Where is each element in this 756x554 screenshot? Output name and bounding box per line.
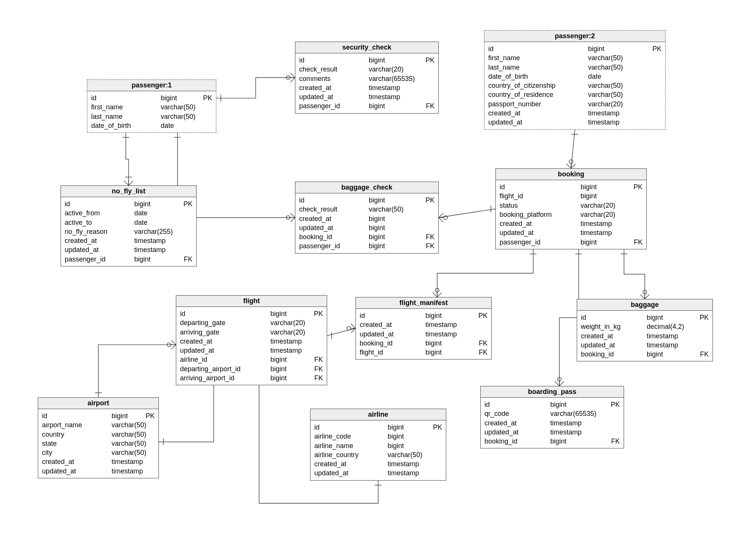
entity-row: booking_idbigintFK — [581, 350, 709, 359]
column-name: created_at — [488, 109, 583, 118]
column-key: PK — [696, 313, 709, 322]
entity-row: idbigintPK — [488, 44, 661, 53]
column-key — [180, 227, 192, 236]
column-type: varchar(20) — [265, 318, 310, 327]
entity-body: idbigintPKairport_namevarchar(50)country… — [38, 409, 158, 478]
entity-row: created_attimestamp — [314, 459, 442, 468]
column-key: PK — [142, 411, 155, 420]
entity-row: weight_in_kgdecimal(4,2) — [581, 322, 709, 331]
svg-point-1 — [286, 216, 290, 219]
column-name: check_result — [299, 205, 363, 214]
column-key — [180, 218, 192, 227]
column-type: bigint — [363, 214, 422, 223]
column-name: updated_at — [500, 228, 575, 237]
entity-row: idbigintPK — [299, 56, 435, 65]
column-type: bigint — [129, 255, 180, 264]
column-key — [429, 468, 442, 478]
column-key: PK — [180, 199, 192, 209]
entity-body: idbigintPKairline_codebigintairline_name… — [310, 420, 446, 480]
column-type: bigint — [420, 339, 475, 348]
column-key: FK — [422, 232, 435, 241]
entity-row: created_attimestamp — [360, 320, 487, 329]
entity-body: idbigintPKcheck_resultvarchar(20)comment… — [295, 53, 438, 113]
column-type: bigint — [382, 423, 429, 432]
entity-title: baggage — [577, 299, 713, 311]
column-type: bigint — [583, 44, 649, 53]
column-key — [475, 320, 487, 329]
column-key — [649, 63, 661, 72]
column-name: check_result — [299, 65, 363, 74]
entity-row: active_todate — [65, 218, 192, 227]
column-name: arriving_airport_id — [180, 373, 265, 383]
column-name: updated_at — [488, 118, 583, 127]
column-type: varchar(50) — [155, 112, 199, 121]
column-key: FK — [696, 350, 709, 359]
entity-title: baggage_check — [295, 182, 438, 193]
entity-row: last_namevarchar(50) — [488, 63, 661, 72]
entity-baggage: baggageidbigintPKweight_in_kgdecimal(4,2… — [577, 299, 713, 361]
entity-row: booking_idbigintFK — [484, 437, 620, 446]
column-key — [146, 439, 159, 448]
column-type: bigint — [265, 364, 310, 373]
column-type: bigint — [363, 56, 422, 65]
entity-security_check: security_checkidbigintPKcheck_resultvarc… — [295, 42, 439, 114]
column-type: timestamp — [106, 467, 143, 476]
column-key — [199, 112, 212, 121]
column-type: varchar(50) — [583, 81, 649, 90]
column-key: FK — [310, 373, 323, 383]
column-type: bigint — [155, 93, 199, 103]
entity-flight_manifest: flight_manifestidbigintPKcreated_attimes… — [355, 297, 492, 359]
entity-row: first_namevarchar(50) — [488, 53, 661, 62]
column-type: decimal(4,2) — [641, 322, 696, 331]
column-name: created_at — [581, 331, 641, 341]
column-type: timestamp — [420, 320, 475, 329]
column-key: FK — [422, 241, 435, 251]
entity-row: countryvarchar(50) — [42, 430, 155, 439]
column-type: timestamp — [545, 428, 607, 437]
entity-row: statevarchar(50) — [42, 439, 155, 448]
column-name: updated_at — [65, 245, 129, 254]
column-type: varchar(50) — [106, 430, 146, 439]
column-name: flight_id — [500, 191, 575, 201]
entity-title: boarding_pass — [481, 386, 624, 398]
column-name: updated_at — [484, 428, 545, 437]
entity-airline: airlineidbigintPKairline_codebigintairli… — [310, 409, 446, 481]
entity-body: idbigintPKfirst_namevarchar(50)last_name… — [484, 42, 665, 129]
column-type: timestamp — [420, 330, 475, 339]
column-key: PK — [422, 196, 435, 205]
column-name: created_at — [42, 457, 106, 466]
column-type: timestamp — [583, 109, 649, 118]
entity-row: cityvarchar(50) — [42, 448, 155, 457]
entity-row: flight_idbigint — [500, 191, 643, 201]
column-name: id — [180, 309, 265, 318]
entity-row: booking_idbigintFK — [299, 232, 435, 241]
column-key: FK — [310, 364, 323, 373]
entity-row: updated_attimestamp — [360, 330, 487, 339]
column-name: id — [360, 311, 420, 320]
column-key — [143, 467, 156, 476]
svg-point-5 — [643, 290, 647, 294]
entity-row: updated_attimestamp — [299, 92, 435, 101]
column-name: booking_id — [360, 339, 420, 348]
column-key — [649, 90, 661, 99]
column-type: bigint — [265, 309, 310, 318]
column-key — [310, 346, 323, 355]
entity-row: passenger_idbigintFK — [500, 238, 643, 247]
entity-row: last_namevarchar(50) — [91, 112, 212, 121]
column-type: bigint — [382, 432, 429, 441]
column-key — [422, 205, 435, 214]
column-key: PK — [630, 182, 643, 191]
entity-row: created_attimestamp — [180, 337, 323, 346]
column-key — [422, 83, 435, 92]
column-key: FK — [475, 339, 487, 348]
column-type: bigint — [575, 182, 630, 191]
column-name: country — [42, 430, 106, 439]
column-type: varchar(65535) — [545, 409, 607, 418]
column-name: updated_at — [360, 330, 420, 339]
entity-row: first_namevarchar(50) — [91, 103, 212, 112]
column-name: id — [42, 411, 106, 420]
entity-body: idbigintPKcheck_resultvarchar(50)created… — [295, 193, 438, 253]
column-name: date_of_birth — [91, 121, 155, 130]
column-name: id — [314, 423, 382, 432]
column-key — [649, 100, 661, 109]
